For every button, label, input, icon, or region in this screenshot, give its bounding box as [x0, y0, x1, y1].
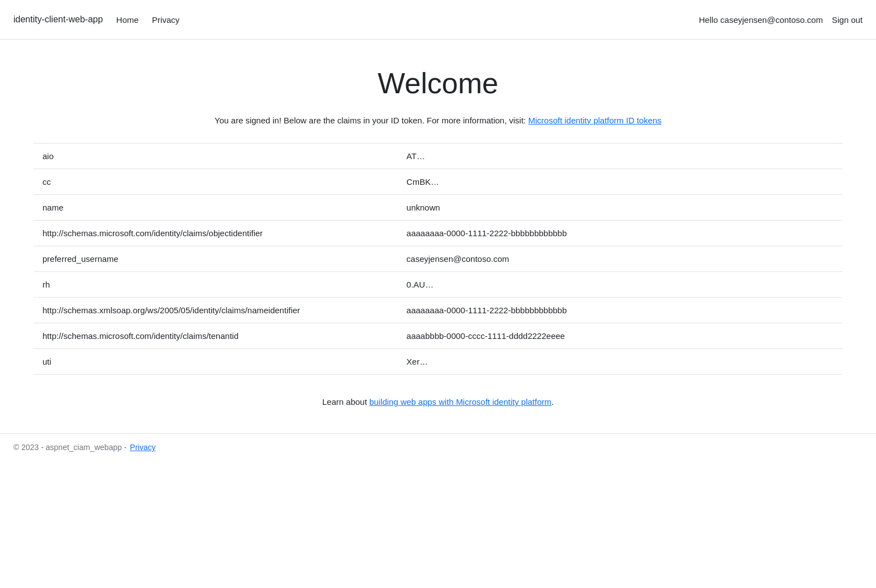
footer-copyright: © 2023 - aspnet_ciam_webapp - [13, 443, 127, 452]
claim-key: http://schemas.microsoft.com/identity/cl… [34, 323, 398, 349]
claims-table: aioAT…ccCmBK…nameunknownhttp://schemas.m… [34, 143, 842, 375]
learn-text-before: Learn about [322, 397, 369, 407]
claim-value: CmBK… [398, 169, 842, 195]
table-row: preferred_usernamecaseyjensen@contoso.co… [34, 246, 842, 272]
claim-key: cc [34, 169, 398, 195]
claim-value: aaaaaaaa-0000-1111-2222-bbbbbbbbbbbb [398, 298, 842, 323]
main-content: Welcome You are signed in! Below are the… [0, 66, 876, 407]
navbar-brand[interactable]: identity-client-web-app [13, 15, 103, 25]
learn-section: Learn about building web apps with Micro… [34, 397, 842, 407]
learn-text-after: . [551, 397, 554, 407]
claim-key: preferred_username [34, 246, 398, 272]
page-title: Welcome [34, 66, 842, 100]
navbar-user-greeting: Hello caseyjensen@contoso.com [699, 15, 823, 25]
subtitle-text: You are signed in! Below are the claims … [215, 116, 526, 125]
table-row: nameunknown [34, 195, 842, 221]
subtitle: You are signed in! Below are the claims … [34, 116, 842, 125]
claim-value: unknown [398, 195, 842, 221]
table-row: aioAT… [34, 144, 842, 169]
claim-key: uti [34, 349, 398, 375]
table-row: ccCmBK… [34, 169, 842, 195]
claim-value: 0.AU… [398, 272, 842, 298]
footer: © 2023 - aspnet_ciam_webapp - Privacy [0, 433, 876, 461]
navbar-home-link[interactable]: Home [116, 15, 139, 25]
claim-value: aaaaaaaa-0000-1111-2222-bbbbbbbbbbbb [398, 221, 842, 246]
navbar-left: identity-client-web-app Home Privacy [13, 15, 179, 25]
table-row: rh0.AU… [34, 272, 842, 298]
claim-key: rh [34, 272, 398, 298]
table-row: utiXer… [34, 349, 842, 375]
footer-privacy-link[interactable]: Privacy [130, 443, 156, 452]
claim-value: Xer… [398, 349, 842, 375]
claim-value: caseyjensen@contoso.com [398, 246, 842, 272]
claim-key: http://schemas.xmlsoap.org/ws/2005/05/id… [34, 298, 398, 323]
navbar-right: Hello caseyjensen@contoso.com Sign out [699, 15, 863, 25]
id-tokens-link[interactable]: Microsoft identity platform ID tokens [528, 116, 661, 125]
navbar-privacy-link[interactable]: Privacy [152, 15, 179, 25]
learn-link[interactable]: building web apps with Microsoft identit… [369, 397, 551, 407]
claim-key: name [34, 195, 398, 221]
navbar: identity-client-web-app Home Privacy Hel… [0, 0, 876, 40]
claim-key: aio [34, 144, 398, 169]
claim-value: AT… [398, 144, 842, 169]
signout-link[interactable]: Sign out [832, 15, 863, 25]
table-row: http://schemas.xmlsoap.org/ws/2005/05/id… [34, 298, 842, 323]
table-row: http://schemas.microsoft.com/identity/cl… [34, 221, 842, 246]
claim-value: aaaabbbb-0000-cccc-1111-dddd2222eeee [398, 323, 842, 349]
claim-key: http://schemas.microsoft.com/identity/cl… [34, 221, 398, 246]
table-row: http://schemas.microsoft.com/identity/cl… [34, 323, 842, 349]
